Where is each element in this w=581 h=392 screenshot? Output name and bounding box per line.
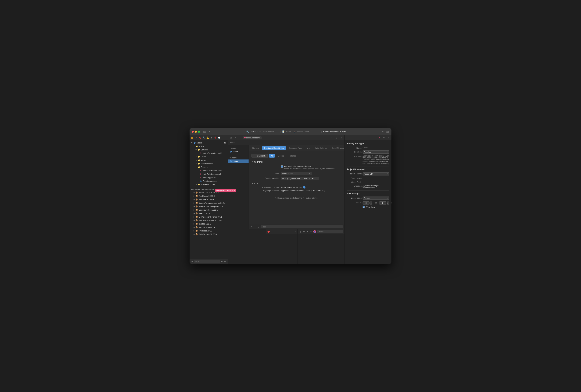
tab-width-value[interactable]: 2 — [362, 201, 370, 205]
indent-stepper-up[interactable]: ▲ — [386, 201, 389, 203]
sidebar-item-interopforgoogle[interactable]: ▶ 📦 InteropForGoogle 100.0.0 — [190, 219, 228, 222]
sidebar-item-swiftprotobuf[interactable]: ▶ 📦 SwiftProtobuf 1.26.0 — [190, 233, 228, 236]
trash-icon[interactable]: 🗑 — [299, 230, 302, 233]
columns-icon[interactable]: ⊞ — [306, 230, 309, 233]
history-icon[interactable]: 🕐 — [218, 136, 220, 139]
add-file-button[interactable]: + — [191, 260, 194, 263]
sidebar-item-noteeditscreen[interactable]: ▶ S NoteEditScreen.swift — [190, 172, 228, 176]
add-button[interactable]: + — [381, 130, 384, 133]
filter-circle-button[interactable]: ⊙ — [257, 225, 260, 228]
sidebar-item-preview[interactable]: ▶ 📁 Preview Content — [190, 183, 228, 186]
sidebar-item-googledatatransport[interactable]: ▶ 📦 GoogleDataTransport 9.4.0 — [190, 205, 228, 208]
info-icon[interactable]: i — [303, 186, 306, 189]
sidebar-item-leveldb[interactable]: ▶ 📦 leveldb 1.22.5 — [190, 222, 228, 226]
run-button[interactable]: ▶ — [208, 130, 211, 133]
sidebar-item-notesapp[interactable]: ▶ S NotesApp.swift — [190, 176, 228, 179]
forward-button[interactable]: › — [238, 136, 242, 139]
indent-stepper-down[interactable]: ▼ — [386, 203, 389, 205]
tab-build-phases[interactable]: Build Phases — [330, 146, 344, 150]
sidebar-item-gtmsessionfetcher[interactable]: ▶ 📦 GTMSessionFetcher 3.4.1 — [190, 215, 228, 219]
filter-all-button[interactable]: All — [269, 154, 275, 158]
tab-stepper-up[interactable]: ▲ — [370, 201, 372, 203]
auto-signing-checkbox[interactable] — [281, 165, 283, 168]
sidebar-item-viewmodifiers[interactable]: ▶ 📁 ViewModifiers — [190, 162, 228, 165]
class-prefix-input[interactable] — [362, 181, 389, 183]
debug-icon[interactable]: 🐞 — [214, 136, 217, 139]
maximize-button[interactable] — [198, 131, 200, 133]
sidebar-item-assets[interactable]: ▶ 🗂 Assets.xcassets — [190, 179, 228, 183]
sidebar-filter-input[interactable] — [194, 260, 220, 263]
debug-arrow-icon[interactable]: 👁 — [310, 230, 312, 233]
arrow-icon: ▶ — [195, 166, 197, 168]
provisioning-row: Provisioning Profile Xcode Managed Profi… — [252, 186, 342, 189]
grid-view-button[interactable]: ⊞ — [229, 136, 233, 139]
project-format-dropdown[interactable]: Xcode 14.0 ▼ — [362, 172, 389, 175]
sidebar-label: Screens — [201, 166, 226, 168]
encoding-checkbox[interactable] — [362, 186, 365, 188]
remove-bottom-button[interactable]: − — [254, 225, 256, 228]
inspector-toggle[interactable] — [386, 130, 389, 133]
plus-icon: + — [254, 155, 255, 157]
question-button[interactable]: ? — [340, 136, 343, 139]
warning-icon[interactable]: ⚠️ — [206, 136, 209, 139]
filter-toggle-button[interactable]: ⊞ — [224, 260, 226, 263]
team-dropdown[interactable]: Peter Friese ▼ — [281, 172, 312, 175]
sidebar-item-firebase[interactable]: ▶ 📦 Firebase 10.24.0 — [190, 198, 228, 201]
target-item-notes[interactable]: 🅐 Notes — [228, 159, 248, 163]
sidebar-item-noteslistscreen[interactable]: ▶ S NotesListScreen.swift — [190, 169, 228, 172]
sidebar-toggle[interactable] — [203, 130, 206, 133]
sidebar-item-googleutilities[interactable]: ▶ 📦 GoogleUtilities 7.13.1 — [190, 208, 228, 212]
filter-release-button[interactable]: Release — [287, 154, 298, 158]
sidebar-item-grpc[interactable]: ▶ 📦 gRPC 1.62.2 — [190, 212, 228, 215]
sidebar-item-googleappmeasurement[interactable]: ▶ 📦 GoogleAppMeasurement 10.24.0 — [190, 201, 228, 205]
tab-stepper-down[interactable]: ▼ — [370, 203, 372, 205]
bookmark-icon[interactable]: 🔖 — [198, 136, 202, 139]
share-button[interactable]: ↗ — [330, 136, 333, 139]
signing-header[interactable]: ▼ Signing — [252, 160, 342, 163]
file-type-icon[interactable]: ● — [378, 136, 381, 139]
sidebar-item-appcheck[interactable]: ▶ 📦 AppCheck 10.19.0 — [190, 194, 228, 198]
sidebar-item-views[interactable]: ▶ 📁 Views — [190, 158, 228, 162]
indent-using-dropdown[interactable]: Spaces ▼ — [362, 197, 389, 200]
sidebar-item-root-notes[interactable]: ▶ 🅐 Notes M — [190, 141, 228, 144]
folder-icon[interactable] — [191, 136, 194, 139]
ios-section-header[interactable]: ▼ iOS — [252, 182, 342, 185]
panel-filter-input[interactable] — [260, 225, 343, 228]
tab-signing-capabilities[interactable]: Signing & Capabilities — [262, 146, 286, 150]
minimize-button[interactable] — [195, 131, 197, 133]
project-item-notes[interactable]: 🅐 Notes — [228, 150, 248, 154]
split-icon[interactable]: ⊟ — [302, 230, 305, 233]
search-icon[interactable]: 🔍 — [202, 136, 205, 139]
sidebar-item-model[interactable]: ▶ 📁 Model — [190, 155, 228, 158]
close-button[interactable] — [192, 131, 194, 133]
sidebar-item-screens[interactable]: ▶ 📁 Screens — [190, 165, 228, 169]
tab-resource-tags[interactable]: Resource Tags — [286, 146, 304, 150]
help-right-icon[interactable]: ? — [386, 136, 390, 139]
sidebar-label: AppCheck 10.19.0 — [198, 195, 226, 197]
add-bottom-button[interactable]: + — [250, 225, 253, 228]
sidebar-item-notes-folder[interactable]: ▶ 📁 Notes — [190, 144, 228, 148]
debug-icons: 🗑 ⊟ ⊞ — [299, 230, 309, 233]
sidebar-item-promises[interactable]: ▶ 📦 Promises 2.4.0 — [190, 229, 228, 233]
filter-options-button[interactable]: ⚙ — [221, 260, 223, 263]
bottom-filter-input[interactable] — [318, 230, 342, 233]
current-file-pill[interactable]: Notes.xcodeproj — [243, 136, 262, 139]
wrap-lines-checkbox[interactable] — [362, 206, 365, 208]
sidebar-item-nanopb[interactable]: ▶ 📦 nanopb 2.30910.0 — [190, 226, 228, 229]
indent-width-value[interactable]: 2 — [379, 201, 386, 205]
location-dropdown[interactable]: Absolute ▼ — [362, 150, 389, 154]
fullscreen-icon[interactable]: ⊡ — [293, 230, 296, 233]
tab-info[interactable]: Info — [304, 146, 312, 150]
vcs-icon[interactable]: ⎇ — [195, 136, 198, 139]
filter-debug-button[interactable]: Debug — [276, 154, 286, 158]
tab-general[interactable]: General — [250, 146, 262, 150]
back-button[interactable]: ‹ — [234, 136, 237, 139]
sidebar-item-services[interactable]: ▶ 📁 Services — [190, 148, 228, 151]
history-right-icon[interactable]: ↻ — [382, 136, 386, 139]
add-capability-button[interactable]: + + Capability — [252, 154, 268, 158]
organization-input[interactable] — [362, 177, 389, 179]
sidebar-item-notesrepository[interactable]: ▶ S NotesRepository.swift — [190, 151, 228, 155]
tab-build-settings[interactable]: Build Settings — [313, 146, 329, 150]
adjust-button[interactable]: ⊡ — [335, 136, 338, 139]
test-icon[interactable]: ◈ — [210, 136, 213, 139]
